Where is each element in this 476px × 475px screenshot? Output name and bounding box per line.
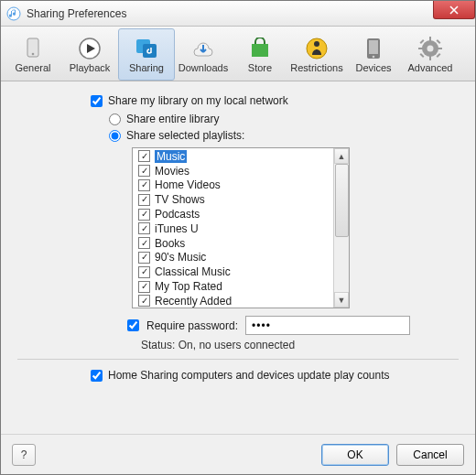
svg-point-13: [427, 45, 434, 51]
playlist-checkbox[interactable]: ✓: [138, 252, 150, 264]
tab-general[interactable]: General: [5, 28, 61, 81]
require-password-label: Require password:: [146, 319, 238, 332]
playlist-checkbox[interactable]: ✓: [138, 295, 150, 307]
playlist-row[interactable]: ✓Podcasts: [133, 207, 333, 221]
share-entire-radio[interactable]: [109, 113, 121, 125]
scroll-thumb[interactable]: [335, 164, 349, 237]
share-selected-radio[interactable]: [109, 130, 121, 142]
playlist-checkbox[interactable]: ✓: [138, 266, 150, 278]
separator: [17, 359, 459, 360]
cancel-button[interactable]: Cancel: [396, 444, 464, 466]
playlist-row[interactable]: ✓Classical Music: [133, 264, 333, 279]
playlist-checkbox[interactable]: ✓: [138, 209, 150, 221]
status-line: Status: On, no users connected: [141, 339, 459, 351]
svg-rect-5: [143, 44, 157, 58]
scrollbar[interactable]: ▲ ▼: [333, 148, 349, 308]
titlebar: Sharing Preferences: [1, 1, 475, 27]
svg-rect-17: [438, 48, 442, 49]
playlist-name: 90's Music: [155, 251, 206, 264]
playlist-row[interactable]: ✓90's Music: [133, 251, 333, 265]
playlist-name: Books: [155, 237, 185, 250]
tab-label: Advanced: [408, 62, 453, 73]
playlist-name: Recently Added: [155, 295, 232, 308]
playlist-checkbox[interactable]: ✓: [138, 165, 150, 177]
svg-rect-21: [437, 53, 441, 58]
homeshare-playcounts-label: Home Sharing computers and devices updat…: [108, 369, 390, 382]
playlist-row[interactable]: ✓Books: [133, 236, 333, 251]
require-password-checkbox[interactable]: [127, 319, 139, 331]
content-pane: Share my library on my local network Sha…: [1, 81, 475, 434]
share-library-label: Share my library on my local network: [108, 94, 288, 107]
tab-playback[interactable]: Playback: [61, 28, 118, 81]
status-text: On, no users connected: [178, 339, 295, 351]
share-entire-label: Share entire library: [126, 113, 219, 125]
scroll-up-arrow[interactable]: ▲: [334, 148, 349, 164]
help-button[interactable]: ?: [12, 444, 36, 466]
svg-rect-20: [420, 53, 425, 58]
svg-point-11: [373, 55, 375, 58]
tab-label: General: [15, 62, 50, 73]
playlist-name: TV Shows: [155, 193, 205, 206]
svg-point-2: [32, 52, 35, 55]
playlist-checkbox[interactable]: ✓: [138, 194, 150, 206]
playlist-name: Classical Music: [155, 265, 231, 278]
playlist-row[interactable]: ✓Movies: [133, 164, 333, 178]
playlist-row[interactable]: ✓Home Videos: [133, 178, 333, 193]
ok-button[interactable]: OK: [321, 444, 389, 466]
playback-icon: [76, 37, 103, 60]
button-bar: ? OK Cancel: [1, 434, 475, 474]
app-icon: [6, 6, 21, 21]
tab-label: Devices: [355, 62, 391, 73]
tab-label: Downloads: [178, 62, 228, 73]
playlist-name: Movies: [155, 165, 189, 178]
svg-rect-19: [437, 39, 441, 44]
status-prefix: Status:: [141, 339, 175, 351]
share-selected-label: Share selected playlists:: [126, 129, 244, 142]
playlist-checkbox[interactable]: ✓: [138, 150, 150, 162]
store-icon: [246, 37, 274, 60]
password-input[interactable]: [245, 316, 410, 335]
tab-label: Restrictions: [290, 62, 342, 73]
tab-store[interactable]: Store: [232, 28, 288, 81]
tab-devices[interactable]: Devices: [345, 28, 402, 81]
svg-point-8: [314, 41, 319, 47]
devices-icon: [360, 37, 387, 60]
share-library-checkbox[interactable]: [91, 95, 103, 107]
svg-rect-6: [252, 44, 268, 57]
tab-restrictions[interactable]: Restrictions: [288, 28, 345, 81]
svg-rect-15: [429, 56, 431, 60]
tab-label: Playback: [70, 62, 111, 73]
playlist-name: Music: [155, 150, 187, 163]
playlist-checkbox[interactable]: ✓: [138, 179, 150, 191]
playlist-name: iTunes U: [155, 222, 199, 235]
playlist-row[interactable]: ✓Recently Added: [133, 294, 333, 308]
playlist-name: Podcasts: [155, 208, 200, 221]
svg-rect-10: [369, 40, 378, 54]
general-icon: [19, 37, 47, 60]
sharing-icon: [133, 37, 160, 60]
preferences-window: Sharing Preferences General Playback: [0, 0, 476, 475]
close-button[interactable]: [433, 1, 475, 19]
svg-rect-16: [418, 48, 423, 49]
playlist-checkbox[interactable]: ✓: [138, 222, 150, 234]
gear-icon: [416, 37, 444, 60]
tab-label: Store: [248, 62, 272, 73]
homeshare-playcounts-checkbox[interactable]: [91, 370, 103, 382]
preferences-toolbar: General Playback Sharing Downloads: [1, 27, 475, 81]
playlist-name: My Top Rated: [155, 280, 222, 293]
tab-sharing[interactable]: Sharing: [118, 28, 175, 81]
playlist-row[interactable]: ✓iTunes U: [133, 221, 333, 236]
playlist-row[interactable]: ✓My Top Rated: [133, 279, 333, 294]
restrictions-icon: [303, 37, 330, 60]
tab-downloads[interactable]: Downloads: [175, 28, 232, 81]
svg-rect-14: [429, 37, 431, 41]
tab-advanced[interactable]: Advanced: [402, 28, 459, 81]
window-title: Sharing Preferences: [27, 7, 126, 20]
playlists-listbox[interactable]: ✓Music✓Movies✓Home Videos✓TV Shows✓Podca…: [132, 147, 350, 308]
scroll-down-arrow[interactable]: ▼: [334, 292, 349, 308]
playlist-name: Home Videos: [155, 178, 221, 191]
playlist-row[interactable]: ✓Music: [133, 149, 333, 164]
playlist-checkbox[interactable]: ✓: [138, 281, 150, 293]
playlist-row[interactable]: ✓TV Shows: [133, 192, 333, 207]
playlist-checkbox[interactable]: ✓: [138, 237, 150, 249]
